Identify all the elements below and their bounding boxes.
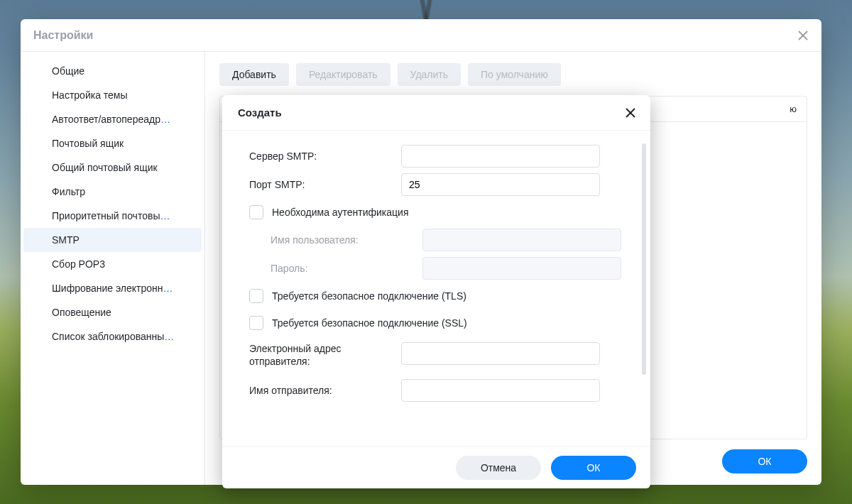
auth-required-checkbox[interactable] [249,205,263,219]
password-input [422,257,621,280]
sidebar-item-label: Приоритетный почтовы [52,210,160,221]
auth-required-label: Необходима аутентификация [272,207,408,218]
sidebar-item-shared-mailbox[interactable]: Общий почтовый ящик [23,155,202,180]
row-sender-email: Электронный адрес отправителя: [249,336,645,376]
sender-name-label: Имя отправителя: [249,384,394,397]
add-button[interactable]: Добавить [219,63,289,86]
row-sender-name: Имя отправителя: [249,376,645,405]
sender-email-input[interactable] [401,342,600,365]
sidebar-item-autoreply[interactable]: Автоответ/автопереадр… [23,107,202,131]
dialog-body: Сервер SMTP: Порт SMTP: Необходима аутен… [222,131,650,446]
ok-button[interactable]: ОК [722,449,807,473]
sidebar-item-smtp[interactable]: SMTP [23,228,202,252]
row-username: Имя пользователя: [249,226,645,254]
smtp-port-label: Порт SMTP: [249,178,394,191]
ssl-label: Требуется безопасное подключение (SSL) [272,317,467,329]
tls-checkbox[interactable] [249,289,263,303]
sidebar-item-theme[interactable]: Настройка темы [23,83,202,107]
dialog-header: Создать [222,95,650,131]
close-icon[interactable] [622,104,639,121]
create-smtp-dialog: Создать Сервер SMTP: Порт SMTP: Необходи… [222,95,650,488]
sidebar-item-label: Фильтр [52,186,85,197]
sidebar-item-filter[interactable]: Фильтр [23,180,202,204]
window-header: Настройки [21,19,821,52]
table-col-last: ю [780,104,807,114]
sidebar-item-blocklist[interactable]: Список заблокированны… [23,324,202,349]
sidebar-item-label: Оповещение [52,307,111,318]
scrollbar-thumb[interactable] [642,143,646,375]
sidebar-item-label: Настройка темы [52,89,128,101]
sidebar-item-label: Сбор POP3 [52,258,105,270]
sidebar-item-label: SMTP [52,234,80,246]
sidebar-item-label: Шифрование электронн [52,283,163,294]
sidebar-item-label: Список заблокированны [52,331,164,342]
smtp-server-input[interactable] [401,145,600,168]
dialog-cancel-button[interactable]: Отмена [456,456,541,480]
sidebar-item-label: Почтовый ящик [52,138,124,149]
toolbar: Добавить Редактировать Удалить По умолча… [219,63,807,86]
row-auth-required: Необходима аутентификация [249,199,645,226]
ellipsis: … [160,210,170,221]
row-tls: Требуется безопасное подключение (TLS) [249,283,645,309]
row-smtp-port: Порт SMTP: [249,170,645,199]
row-ssl: Требуется безопасное подключение (SSL) [249,309,645,336]
sidebar-item-label: Автоответ/автопереадр [52,114,160,125]
sidebar-item-pop3[interactable]: Сбор POP3 [23,252,202,276]
dialog-ok-button[interactable]: ОК [551,456,636,480]
username-input [422,229,621,251]
smtp-server-label: Сервер SMTP: [249,150,394,163]
sidebar-item-label: Общий почтовый ящик [52,162,158,173]
password-label: Пароль: [249,262,415,275]
ellipsis: … [163,283,173,294]
ssl-checkbox[interactable] [249,316,263,330]
edit-button[interactable]: Редактировать [296,63,390,86]
smtp-port-input[interactable] [401,173,600,196]
row-password: Пароль: [249,254,645,283]
close-icon[interactable] [794,27,812,44]
tls-label: Требуется безопасное подключение (TLS) [272,290,466,302]
sender-email-label: Электронный адрес отправителя: [249,342,394,368]
sidebar-item-encryption[interactable]: Шифрование электронн… [23,276,202,300]
dialog-footer: Отмена ОК [222,446,650,488]
delete-button[interactable]: Удалить [398,63,461,86]
sidebar: Общие Настройка темы Автоответ/автопереа… [21,52,205,485]
dialog-scrollbar[interactable] [642,143,646,440]
sidebar-item-mailbox[interactable]: Почтовый ящик [23,131,202,155]
window-title: Настройки [33,29,794,42]
default-button[interactable]: По умолчанию [468,63,561,86]
sidebar-item-label: Общие [52,65,84,77]
sidebar-item-general[interactable]: Общие [23,59,202,83]
dialog-title: Создать [238,106,622,119]
sidebar-item-priority-mailbox[interactable]: Приоритетный почтовы… [23,204,202,228]
sender-name-input[interactable] [401,379,600,402]
row-smtp-server: Сервер SMTP: [249,142,645,170]
ellipsis: … [164,331,174,342]
ellipsis: … [160,114,170,125]
username-label: Имя пользователя: [249,234,415,246]
sidebar-item-notification[interactable]: Оповещение [23,300,202,324]
